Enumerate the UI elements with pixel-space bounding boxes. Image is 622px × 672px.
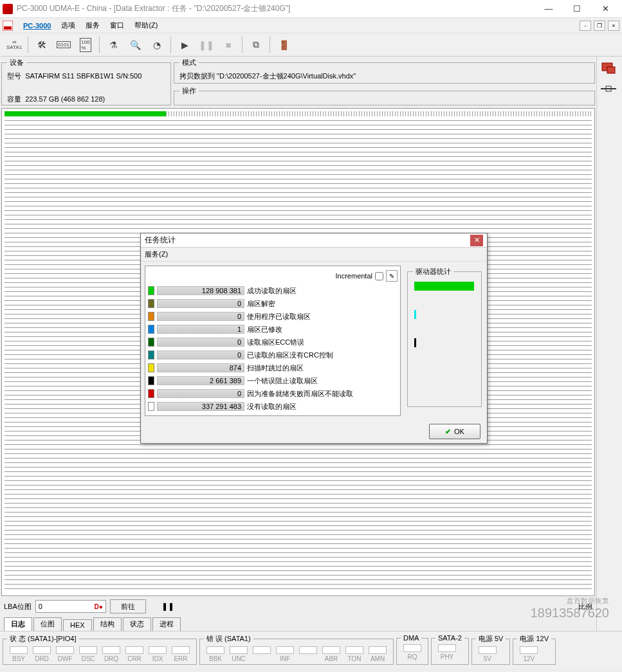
mode-legend: 模式 xyxy=(179,58,199,68)
toolbar-tools-icon[interactable]: 🛠 xyxy=(32,35,52,55)
status-cell: CRR xyxy=(123,646,146,662)
stat-label: 已读取的扇区没有CRC控制 xyxy=(247,350,333,360)
status-cell: DRD xyxy=(30,646,53,662)
color-swatch xyxy=(148,286,154,295)
toolbar-pause-button[interactable]: ❚❚ xyxy=(196,35,217,55)
app-icon xyxy=(3,4,13,14)
color-swatch xyxy=(148,402,154,411)
dialog-menu-service[interactable]: 服务(Z) xyxy=(145,250,168,259)
device-capacity: 223.57 GB (468 862 128) xyxy=(25,95,105,103)
window-title: PC-3000 UDMA-E - China - [Data Extractor… xyxy=(17,3,535,14)
status-cell: BSY xyxy=(7,646,30,662)
stat-row: 2 661 389一个错误阻止读取扇区 xyxy=(148,374,398,387)
stat-value: 0 xyxy=(157,299,244,308)
stat-row: 0因为准备就绪失败而扇区不能读取 xyxy=(148,387,398,400)
status-group-pwr12v: 电源 12V 12V xyxy=(513,634,556,665)
bottom-tabs: 日志 位图 HEX 结构 状态 进程 xyxy=(0,615,596,631)
svg-rect-1 xyxy=(4,26,12,30)
color-swatch xyxy=(148,363,154,372)
dialog-close-button[interactable]: ✕ xyxy=(470,235,483,246)
window-maximize-button[interactable]: ☐ xyxy=(563,1,591,17)
toolbar-copy-icon[interactable]: ⧉ xyxy=(246,35,266,55)
toolbar-stop-button[interactable]: ■ xyxy=(218,35,239,55)
toolbar-chip2-icon[interactable]: 100% xyxy=(75,35,96,55)
svg-rect-3 xyxy=(607,67,615,73)
operation-fieldset: 操作 xyxy=(174,86,595,105)
goto-button[interactable]: 前往 xyxy=(110,599,146,613)
status-group-error: 错 误 (SATA1) BBKUNCINFABRTONAMN xyxy=(199,634,394,665)
drive-icon[interactable] xyxy=(599,60,617,76)
lba-input[interactable]: 0D● xyxy=(35,600,106,613)
incremental-label: Incremental xyxy=(336,272,372,280)
operation-legend: 操作 xyxy=(179,86,199,96)
tab-status[interactable]: 状态 xyxy=(123,617,151,631)
window-close-button[interactable]: ✕ xyxy=(591,1,619,17)
status-cell: AMN xyxy=(366,646,389,662)
tab-structure[interactable]: 结构 xyxy=(93,617,122,631)
stat-value: 337 291 483 xyxy=(157,402,244,411)
ok-button[interactable]: ✔OK xyxy=(429,424,480,439)
menubar: PC-3000 选项 服务 窗口 帮助(Z) - ❐ × xyxy=(0,18,622,33)
stat-label: 读取扇区ECC错误 xyxy=(247,338,304,347)
stat-label: 因为准备就绪失败而扇区不能读取 xyxy=(247,389,353,399)
status-group-sata: 状 态 (SATA1)-[PIO4] BSYDRDDWFDSCDRQCRRIDX… xyxy=(3,634,197,665)
stat-value: 2 661 389 xyxy=(157,376,244,385)
toolbar-exit-icon[interactable]: 🚪 xyxy=(273,35,294,55)
status-group-pwr5v: 电源 5V 5V xyxy=(471,634,511,665)
lba-label: LBA位图 xyxy=(4,602,32,612)
edit-icon[interactable]: ✎ xyxy=(386,270,398,282)
stat-row: 0已读取的扇区没有CRC控制 xyxy=(148,349,398,361)
status-cell: ABR xyxy=(320,646,343,662)
stat-label: 一个错误阻止读取扇区 xyxy=(247,376,318,386)
progress-bar xyxy=(5,111,592,116)
stat-row: 0使用程序已读取扇区 xyxy=(148,310,398,323)
status-cell xyxy=(250,646,273,662)
window-minimize-button[interactable]: — xyxy=(535,1,563,17)
toolbar-settings-icon[interactable]: ⚗ xyxy=(103,35,123,55)
lba-toolbar: LBA位图 0D● 前往 ❚❚ 比例 xyxy=(0,597,596,615)
status-cell: RQ xyxy=(401,644,424,660)
tab-bitmap[interactable]: 位图 xyxy=(33,617,62,631)
menu-help[interactable]: 帮助(Z) xyxy=(129,18,163,33)
toolbar-chip1-icon[interactable]: 0101 xyxy=(53,35,74,55)
mdi-restore-button[interactable]: ❐ xyxy=(594,21,605,31)
menu-window[interactable]: 窗口 xyxy=(105,18,129,33)
tab-process[interactable]: 进程 xyxy=(152,617,181,631)
dialog-titlebar[interactable]: 任务统计 ✕ xyxy=(141,233,487,248)
drive-stat-bar xyxy=(414,338,416,347)
toolbar-binocular-icon[interactable]: 🔍 xyxy=(125,35,145,55)
status-group-dma: DMA RQ xyxy=(396,634,428,665)
pause-icon[interactable]: ❚❚ xyxy=(161,602,174,611)
device-legend: 设备 xyxy=(7,58,26,68)
mdi-minimize-button[interactable]: - xyxy=(580,21,591,31)
stat-value: 874 xyxy=(157,363,244,372)
mdi-close-button[interactable]: × xyxy=(608,21,619,31)
menu-services[interactable]: 服务 xyxy=(80,18,105,33)
color-swatch xyxy=(148,338,154,347)
stat-value: 0 xyxy=(157,350,244,359)
menu-options[interactable]: 选项 xyxy=(56,18,80,33)
dialog-menu: 服务(Z) xyxy=(141,248,487,262)
device-fieldset: 设备 型号 SATAFIRM S11 SBFKB1W1 S/N:500 容量 2… xyxy=(1,58,171,105)
incremental-checkbox[interactable] xyxy=(375,272,383,280)
menubar-app-icon xyxy=(3,21,13,31)
connector-icon[interactable] xyxy=(599,81,617,96)
status-cell: 12V xyxy=(517,646,540,662)
toolbar-gauge-icon[interactable]: ◔ xyxy=(147,35,167,55)
menu-brand[interactable]: PC-3000 xyxy=(18,18,56,33)
tab-log[interactable]: 日志 xyxy=(4,617,32,631)
stat-value: 0 xyxy=(157,312,244,321)
status-group-sata2: SATA-2 PHY xyxy=(431,634,469,665)
stat-row: 128 908 381成功读取的扇区 xyxy=(148,284,398,297)
toolbar-play-button[interactable]: ▶ xyxy=(174,35,195,55)
status-cell: DRQ xyxy=(100,646,123,662)
mode-fieldset: 模式 拷贝数据到 "D:\20200527-金士顿240G\VirtualDis… xyxy=(174,58,595,84)
status-cell: INF xyxy=(273,646,297,662)
stat-row: 874扫描时跳过的扇区 xyxy=(148,361,398,374)
drive-stat-bar xyxy=(414,310,416,319)
stat-label: 成功读取的扇区 xyxy=(247,286,297,296)
tab-hex[interactable]: HEX xyxy=(63,619,92,631)
stat-label: 没有读取的扇区 xyxy=(247,402,297,412)
toolbar-sata-button[interactable]: ⇔SATA1 xyxy=(4,35,24,55)
status-cell: ERR xyxy=(169,646,192,662)
